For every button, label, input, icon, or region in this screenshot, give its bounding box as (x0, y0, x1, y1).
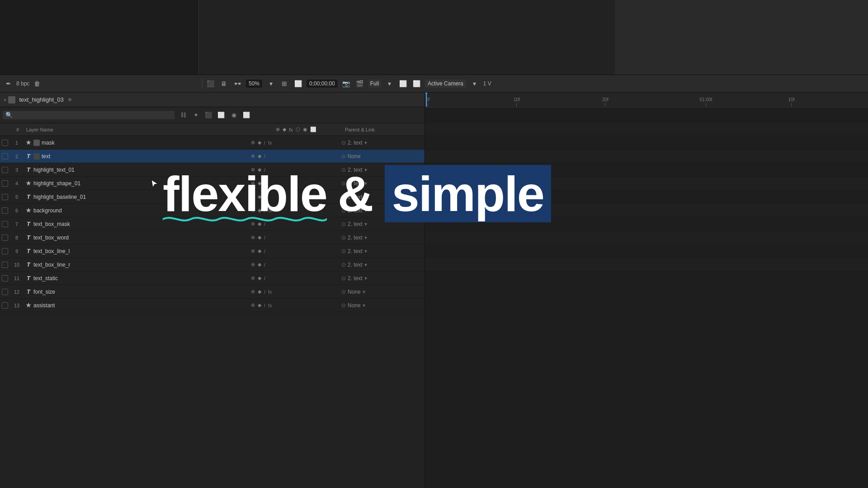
switch-icon[interactable]: ◆ (258, 221, 261, 227)
layer-row[interactable]: 9Ttext_box_line_l⊕◆/⊙2. text▾ (0, 244, 425, 258)
switch-icon[interactable]: / (264, 221, 265, 227)
switch-icon[interactable]: fx (268, 289, 272, 295)
layer-mode-icon[interactable]: ◉ (229, 110, 239, 120)
switch-icon[interactable]: ⊕ (251, 289, 255, 295)
layer-row[interactable]: 10Ttext_box_line_r⊕◆/⊙2. text▾ (0, 258, 425, 272)
layer-row[interactable]: 2Ttext⊕◆/⊙None (0, 150, 425, 163)
parent-dropdown-icon[interactable]: ▾ (363, 302, 365, 309)
switch-icon[interactable]: ⊕ (251, 275, 255, 281)
parent-dropdown-icon[interactable]: ▾ (364, 221, 367, 227)
layer-solo-checkbox[interactable] (2, 207, 8, 214)
switch-icon[interactable]: / (264, 181, 265, 186)
layer-solo-checkbox[interactable] (2, 248, 8, 254)
switch-icon[interactable]: / (264, 262, 265, 267)
parent-dropdown-icon[interactable]: ▾ (364, 180, 367, 187)
parent-dropdown-icon[interactable]: ▾ (363, 289, 365, 295)
layer-row[interactable]: 3Thighlight_text_01⊕◆/⊙2. text▾ (0, 163, 425, 177)
switch-icon[interactable]: ◆ (258, 140, 261, 145)
switch-icon[interactable]: / (264, 154, 265, 159)
render-queue-icon[interactable]: ⬜ (241, 110, 251, 120)
layer-row[interactable]: 12Tfont_size⊕◆/fx⊙None▾ (0, 285, 425, 299)
view-icon[interactable]: ⬜ (398, 79, 408, 89)
graph-editor-icon[interactable]: ⬜ (216, 110, 226, 120)
layer-solo-checkbox[interactable] (2, 289, 8, 295)
switch-icon[interactable]: ◆ (258, 194, 261, 200)
camera-dropdown-icon[interactable]: ▾ (470, 79, 480, 89)
switch-icon[interactable]: ⊕ (251, 262, 255, 267)
switch-icon[interactable]: ◆ (258, 180, 261, 186)
switch-icon[interactable]: / (264, 140, 265, 145)
render-icon[interactable]: 🎬 (355, 79, 365, 89)
switch-icon[interactable]: ◆ (258, 302, 261, 308)
layer-solo-checkbox[interactable] (2, 275, 8, 282)
switch-icon[interactable]: fx (268, 208, 272, 213)
layer-row[interactable]: 5Thighlight_baseline_01⊕◆/⊙2. text▾ (0, 190, 425, 204)
switch-icon[interactable]: ⊕ (251, 221, 255, 227)
layer-solo-checkbox[interactable] (2, 235, 8, 241)
frame-blend-icon[interactable]: ✦ (191, 110, 201, 120)
switch-icon[interactable]: / (264, 194, 265, 200)
playhead[interactable] (426, 93, 427, 107)
switch-icon[interactable]: / (264, 249, 265, 254)
switch-icon[interactable]: / (264, 303, 265, 308)
parent-dropdown-icon[interactable]: ▾ (364, 262, 367, 268)
switch-icon[interactable]: ⊕ (251, 302, 255, 308)
switch-icon[interactable]: ◆ (258, 289, 261, 295)
switch-icon[interactable]: fx (268, 140, 272, 145)
switch-icon[interactable]: ⊕ (251, 140, 255, 145)
camera-select[interactable]: Active Camera (425, 80, 466, 88)
layer-solo-checkbox[interactable] (2, 302, 8, 309)
switch-icon[interactable]: ◆ (258, 167, 261, 173)
switch-icon[interactable]: / (264, 276, 265, 281)
switch-icon[interactable]: ⊕ (251, 167, 255, 173)
switch-icon[interactable]: ⊕ (251, 180, 255, 186)
layer-row[interactable]: 6★background⊕◆/fx⊙2. text▾ (0, 204, 425, 217)
search-box[interactable]: 🔍 (3, 111, 175, 119)
switch-icon[interactable]: ⊕ (251, 194, 255, 200)
composition-icon[interactable]: ⬛ (205, 79, 215, 89)
monitor-icon[interactable]: 🖥 (219, 79, 229, 89)
layer-row[interactable]: 13★assistant⊕◆/fx⊙None▾ (0, 299, 425, 312)
layer-solo-checkbox[interactable] (2, 180, 8, 187)
crop-icon[interactable]: ⬜ (293, 79, 303, 89)
layer-row[interactable]: 8Ttext_box_word⊕◆/⊙2. text▾ (0, 231, 425, 244)
layer-solo-checkbox[interactable] (2, 221, 8, 227)
quality-dropdown-icon[interactable]: ▾ (384, 79, 394, 89)
tab-close-button[interactable]: × (4, 97, 6, 103)
switch-icon[interactable]: ◆ (258, 248, 261, 254)
layer-row[interactable]: 1★mask⊕◆/fx⊙2. text▾ (0, 136, 425, 150)
switch-icon[interactable]: fx (268, 303, 272, 308)
switch-icon[interactable]: ◆ (258, 207, 261, 213)
switch-icon[interactable]: / (264, 235, 265, 240)
view2-icon[interactable]: ⬜ (411, 79, 421, 89)
switch-icon[interactable]: ◆ (258, 153, 261, 159)
3d-layer-icon[interactable]: ⬛ (203, 110, 213, 120)
motion-blur-icon[interactable]: ⛓ (178, 110, 188, 120)
parent-dropdown-icon[interactable]: ▾ (364, 248, 367, 254)
switch-icon[interactable]: / (264, 289, 265, 295)
camera-capture-icon[interactable]: 📷 (341, 79, 351, 89)
trash-icon[interactable]: 🗑 (32, 79, 42, 89)
switch-icon[interactable]: ⊕ (251, 248, 255, 254)
switch-icon[interactable]: ⊕ (251, 235, 255, 240)
grid-icon[interactable]: ⊞ (279, 79, 289, 89)
parent-dropdown-icon[interactable]: ▾ (364, 140, 367, 146)
switch-icon[interactable]: ◆ (258, 235, 261, 240)
tab-menu-button[interactable]: ≡ (68, 96, 72, 103)
layer-solo-checkbox[interactable] (2, 194, 8, 200)
layer-solo-checkbox[interactable] (2, 262, 8, 268)
search-input[interactable] (14, 112, 172, 118)
layer-solo-checkbox[interactable] (2, 153, 8, 160)
switch-icon[interactable]: / (264, 167, 265, 173)
layer-row[interactable]: 7Ttext_box_mask⊕◆/⊙2. text▾ (0, 217, 425, 231)
switch-icon[interactable]: ◆ (258, 262, 261, 267)
glasses-icon[interactable]: 👓 (232, 79, 242, 89)
layer-solo-checkbox[interactable] (2, 167, 8, 173)
layer-row[interactable]: 11Ttext_static⊕◆/⊙2. text▾ (0, 272, 425, 285)
layer-solo-checkbox[interactable] (2, 140, 8, 146)
switch-icon[interactable]: ⊕ (251, 207, 255, 213)
parent-dropdown-icon[interactable]: ▾ (364, 207, 367, 214)
zoom-dropdown-icon[interactable]: ▾ (266, 79, 276, 89)
pen-tool-icon[interactable]: ✒ (4, 79, 14, 89)
parent-dropdown-icon[interactable]: ▾ (364, 194, 367, 200)
